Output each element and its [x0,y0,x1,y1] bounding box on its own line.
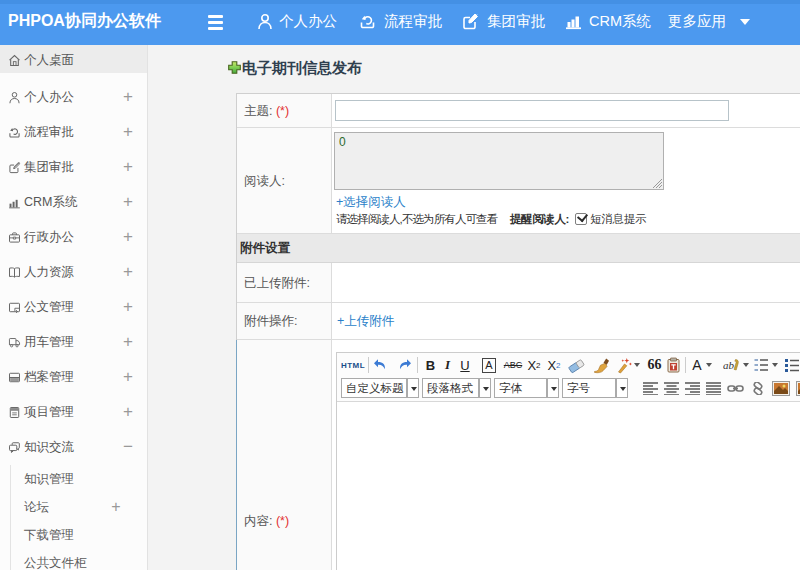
svg-text:ab: ab [723,359,735,371]
